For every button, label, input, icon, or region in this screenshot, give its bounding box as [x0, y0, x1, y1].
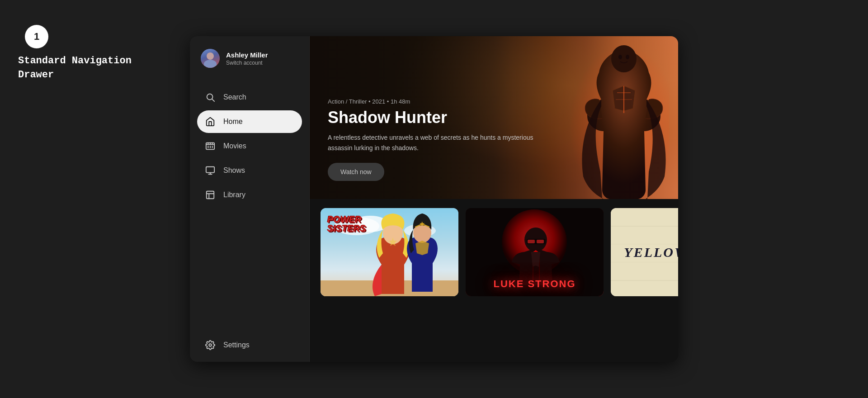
nav-items-list: Search Home [190, 81, 309, 362]
page-label: Standard Navigation Drawer [18, 54, 132, 82]
svg-rect-23 [528, 240, 535, 243]
movies-icon [205, 141, 215, 151]
step-badge: 1 [25, 25, 48, 48]
svg-rect-4 [207, 191, 214, 199]
app-window: Ashley Miller Switch account Search [190, 36, 678, 362]
card-yellow[interactable]: YELLOW [611, 208, 678, 296]
nav-item-movies[interactable]: Movies [197, 135, 302, 157]
user-profile[interactable]: Ashley Miller Switch account [190, 36, 309, 81]
hero-description: A relentless detective unravels a web of… [328, 133, 536, 153]
nav-spacer [197, 208, 302, 332]
shows-icon [205, 166, 215, 175]
nav-item-settings[interactable]: Settings [197, 334, 302, 356]
svg-line-1 [212, 100, 215, 102]
svg-point-5 [209, 344, 212, 346]
card-power-sisters[interactable]: POWER SISTERS [321, 208, 458, 296]
cards-section: POWER SISTERS [310, 199, 678, 362]
card-luke-strong[interactable]: LUKE STRONG [466, 208, 604, 296]
library-icon [205, 190, 215, 200]
avatar [201, 49, 220, 68]
svg-rect-24 [537, 240, 544, 243]
yellow-title-container: YELLOW [611, 208, 678, 296]
svg-rect-3 [206, 167, 214, 173]
nav-item-home[interactable]: Home [197, 110, 302, 133]
nav-drawer: Ashley Miller Switch account Search [190, 36, 310, 362]
hero-info: Action / Thriller • 2021 • 1h 48m Shadow… [328, 98, 536, 181]
main-content: Action / Thriller • 2021 • 1h 48m Shadow… [310, 36, 678, 362]
nav-item-shows[interactable]: Shows [197, 159, 302, 182]
hero-title: Shadow Hunter [328, 109, 536, 127]
user-info: Ashley Miller Switch account [226, 51, 268, 66]
svg-point-0 [207, 94, 213, 100]
search-icon [205, 92, 215, 102]
home-icon [205, 117, 215, 127]
luke-strong-title: LUKE STRONG [466, 278, 604, 290]
power-sisters-title: POWER SISTERS [327, 215, 366, 233]
user-name: Ashley Miller [226, 51, 268, 59]
avatar-image [201, 49, 220, 68]
watch-now-button[interactable]: Watch now [328, 163, 384, 181]
outer-container: 1 Standard Navigation Drawer Ashley Mill… [0, 0, 868, 398]
settings-icon [205, 340, 215, 350]
switch-account-link[interactable]: Switch account [226, 60, 268, 66]
hero-meta: Action / Thriller • 2021 • 1h 48m [328, 98, 536, 105]
nav-item-library[interactable]: Library [197, 184, 302, 206]
hero-section: Action / Thriller • 2021 • 1h 48m Shadow… [310, 36, 678, 199]
nav-item-search[interactable]: Search [197, 86, 302, 109]
yellow-title: YELLOW [624, 245, 678, 260]
